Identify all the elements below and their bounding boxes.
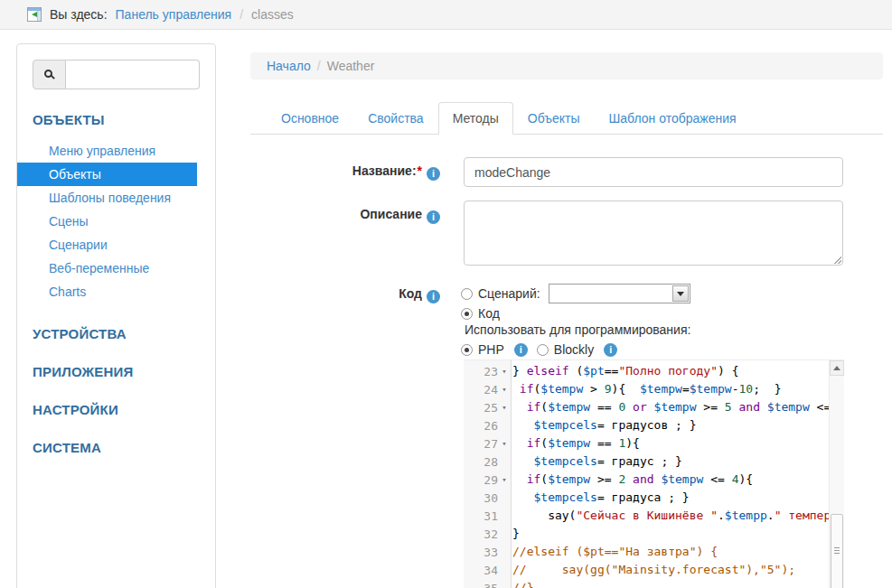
breadcrumb-link-home[interactable]: Начало xyxy=(267,59,311,73)
code-label: Код xyxy=(250,286,440,303)
blockly-radio[interactable] xyxy=(537,344,549,356)
line-number: 31 xyxy=(484,509,498,523)
code-token xyxy=(512,436,527,450)
code-token: elseif xyxy=(527,364,569,378)
you-are-here-label: Вы здесь: xyxy=(50,7,108,22)
editor-line[interactable]: //} xyxy=(512,579,829,588)
code-token: <= xyxy=(703,472,731,486)
search-button[interactable] xyxy=(33,60,66,89)
scenario-select[interactable] xyxy=(549,284,690,303)
php-radio[interactable] xyxy=(461,344,473,356)
breadcrumb-link-control-panel[interactable]: Панель управления xyxy=(116,7,232,22)
code-token: 9 xyxy=(605,382,612,396)
gutter-row: 24▾ xyxy=(464,380,511,398)
code-token xyxy=(512,454,533,468)
line-number: 35 xyxy=(484,582,498,588)
editor-line[interactable]: if($tempw == 1){ xyxy=(512,434,829,453)
sidebar-item[interactable]: Сценарии xyxy=(33,233,215,257)
sidebar-section-heading[interactable]: ОБЪЕКТЫ xyxy=(33,112,215,127)
page: Вы здесь: Панель управления / classes ОБ… xyxy=(0,0,892,588)
code-token: ( xyxy=(540,400,548,414)
tab[interactable]: Шаблон отображения xyxy=(595,102,751,135)
info-icon[interactable] xyxy=(604,343,617,357)
tab[interactable]: Объекты xyxy=(513,102,595,135)
toggle-sidebar-icon[interactable] xyxy=(27,7,42,22)
code-radio[interactable] xyxy=(461,308,473,320)
editor-line[interactable]: $tempcels= градус ; } xyxy=(512,453,829,471)
code-token: >= xyxy=(590,472,618,486)
description-label: Описание xyxy=(250,207,440,224)
code-token: and xyxy=(739,400,760,414)
code-token xyxy=(512,472,527,486)
code-token: = градуса ; } xyxy=(597,490,690,504)
editor-scrollbar[interactable] xyxy=(829,360,844,588)
gutter-row: 30 xyxy=(464,489,511,507)
fold-arrow-icon[interactable]: ▾ xyxy=(498,403,511,412)
fold-arrow-icon[interactable]: ▾ xyxy=(498,475,511,484)
php-radio-label: PHP xyxy=(478,342,504,357)
fold-arrow-icon[interactable]: ▾ xyxy=(498,385,511,394)
gutter-row: 28 xyxy=(464,453,511,471)
sidebar-item[interactable]: Шаблоны поведения xyxy=(33,186,215,210)
sidebar-section-heading[interactable]: НАСТРОЙКИ xyxy=(33,402,215,417)
editor-line[interactable]: say("Сейчас в Кишинёве ".$tempp." темпер… xyxy=(512,507,829,525)
editor-line[interactable]: // say(gg("Mainsity.forecast"),"5"); xyxy=(512,561,829,579)
sidebar-section-heading[interactable]: УСТРОЙСТВА xyxy=(33,326,215,341)
editor-line[interactable]: //elseif ($pt=="На завтра") { xyxy=(512,543,829,561)
programming-label: Использовать для программирования: xyxy=(465,322,690,337)
editor-line[interactable]: if($tempw > 9){ $tempw=$tempw-10; } xyxy=(512,380,829,398)
gutter-row: 33 xyxy=(464,543,511,561)
code-token: > xyxy=(583,382,604,396)
tab[interactable]: Методы xyxy=(438,102,513,135)
code-token: say( xyxy=(512,509,576,522)
fold-arrow-icon[interactable]: ▾ xyxy=(498,367,511,376)
editor-line[interactable]: $tempcels= градусов ; } xyxy=(512,416,829,434)
code-token: = xyxy=(682,382,690,396)
tab[interactable]: Основное xyxy=(267,102,353,135)
info-icon[interactable] xyxy=(427,167,440,181)
info-icon[interactable] xyxy=(427,290,440,303)
editor-line[interactable]: $tempcels= градуса ; } xyxy=(512,489,829,507)
gutter-row: 31 xyxy=(464,507,511,525)
code-token: $tempw xyxy=(654,400,697,414)
editor-line[interactable]: if($tempw >= 2 and $tempw <= 4){ xyxy=(512,471,829,489)
fold-arrow-icon[interactable]: ▾ xyxy=(498,439,511,448)
sidebar-item[interactable]: Charts xyxy=(33,280,215,303)
sidebar-item[interactable]: Объекты xyxy=(17,163,197,186)
name-input[interactable] xyxy=(464,157,843,187)
info-icon[interactable] xyxy=(427,210,440,224)
select-dropdown-arrow-icon[interactable] xyxy=(672,285,689,302)
tab[interactable]: Свойства xyxy=(353,102,437,135)
sidebar-section-heading[interactable]: СИСТЕМА xyxy=(33,440,215,455)
line-number: 33 xyxy=(484,546,498,559)
editor-code-area[interactable]: } elseif ($pt=="Полно погоду") { if($tem… xyxy=(512,360,829,588)
scrollbar-thumb[interactable] xyxy=(831,514,843,588)
editor-line[interactable]: if($tempw == 0 or $tempw >= 5 and $tempw… xyxy=(512,398,829,416)
editor-line[interactable]: } elseif ($pt=="Полно погоду") { xyxy=(512,362,829,380)
breadcrumb-current-classes: classes xyxy=(251,7,294,22)
code-token xyxy=(512,418,533,432)
blockly-radio-label: Blockly xyxy=(554,342,594,357)
code-token: $tempw xyxy=(548,472,590,486)
code-radio-row: Код xyxy=(461,306,500,321)
scroll-up-button[interactable] xyxy=(830,360,844,376)
code-token xyxy=(512,400,527,414)
code-token xyxy=(732,400,739,414)
sidebar-item[interactable]: Меню управления xyxy=(33,139,215,163)
search-input[interactable] xyxy=(66,60,200,89)
description-textarea[interactable] xyxy=(464,201,843,266)
editor-line[interactable]: } xyxy=(512,525,829,543)
topbar: Вы здесь: Панель управления / classes xyxy=(0,0,892,30)
sidebar: ОБЪЕКТЫМеню управленияОбъектыШаблоны пов… xyxy=(16,43,216,588)
info-icon[interactable] xyxy=(514,343,528,357)
sidebar-item[interactable]: Сцены xyxy=(33,210,215,233)
sidebar-item[interactable]: Веб-переменные xyxy=(33,257,215,280)
code-token: = градусов ; } xyxy=(597,418,697,432)
sidebar-section-heading[interactable]: ПРИЛОЖЕНИЯ xyxy=(33,364,215,379)
scenario-radio[interactable] xyxy=(461,288,473,300)
code-token xyxy=(512,490,533,504)
code-token: } xyxy=(512,527,520,540)
code-editor[interactable]: 23▾24▾25▾2627▾2829▾303132333435 } elseif… xyxy=(464,359,844,588)
line-number: 24 xyxy=(484,383,498,397)
code-token: $tempp xyxy=(725,509,767,522)
